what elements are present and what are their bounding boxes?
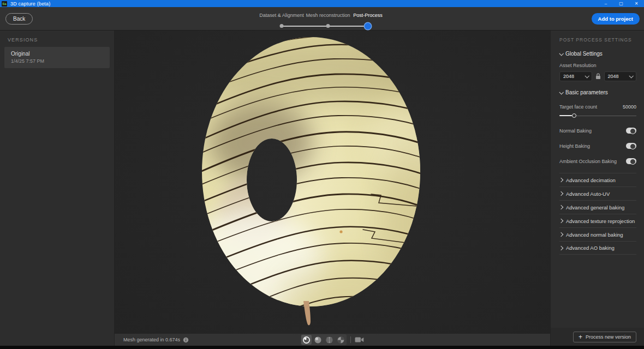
chevron-right-icon <box>559 219 563 223</box>
target-face-count-slider[interactable] <box>559 113 636 118</box>
back-button[interactable]: Back <box>5 13 33 25</box>
step-dot-1[interactable] <box>280 24 284 28</box>
wireframe-sphere-icon <box>325 336 333 344</box>
step-mesh-reconstruction[interactable]: Mesh reconstruction <box>306 13 350 18</box>
info-icon[interactable] <box>183 337 189 343</box>
advanced-decimation-label: Advanced decimation <box>566 177 616 183</box>
step-dot-3-active[interactable] <box>365 23 371 29</box>
quadrant-sphere-icon <box>337 336 345 344</box>
basic-parameters-title: Basic parameters <box>565 89 608 95</box>
chevron-down-icon <box>559 51 563 56</box>
global-settings-title: Global Settings <box>565 51 603 57</box>
process-new-version-button[interactable]: + Process new version <box>573 332 636 342</box>
post-process-panel: POST PROCESS SETTINGS Global Settings As… <box>550 31 644 328</box>
titlebar: Sa 3D capture (beta) – ▢ ✕ <box>0 0 644 7</box>
camera-record-icon[interactable] <box>355 336 364 343</box>
toolbar: Back Dataset & Alignment Mesh reconstruc… <box>0 7 644 31</box>
version-timestamp: 1/4/25 7:57 PM <box>11 58 103 64</box>
height-baking-label: Height Baking <box>559 143 590 149</box>
chevron-down-icon <box>629 74 633 78</box>
viewmode-group <box>301 334 347 345</box>
global-settings-section[interactable]: Global Settings <box>559 51 636 57</box>
height-baking-toggle[interactable] <box>626 143 636 149</box>
view-shaded-button[interactable] <box>313 335 323 345</box>
normal-baking-toggle[interactable] <box>626 128 636 134</box>
chevron-down-icon <box>585 74 589 78</box>
minimize-button[interactable]: – <box>598 0 613 7</box>
advanced-ao-baking-label: Advanced AO baking <box>566 245 615 251</box>
sampler-app-icon: Sa <box>2 1 7 7</box>
viewmode-divider <box>350 336 351 343</box>
version-list-item[interactable]: Original 1/4/25 7:57 PM <box>4 47 110 68</box>
app-window: Sa 3D capture (beta) – ▢ ✕ Back Dataset … <box>0 0 644 349</box>
basic-parameters-section[interactable]: Basic parameters <box>559 89 636 95</box>
ambient-occlusion-baking-row: Ambient Occlusion Baking <box>559 158 636 164</box>
viewmode-cluster <box>301 334 364 346</box>
chevron-right-icon <box>559 232 563 237</box>
chevron-right-icon <box>559 245 563 250</box>
post-process-header: POST PROCESS SETTINGS <box>559 31 636 43</box>
resolution-x-dropdown[interactable]: 2048 <box>559 71 592 81</box>
version-name: Original <box>11 51 103 57</box>
height-baking-row: Height Baking <box>559 143 636 149</box>
window-bottom-edge <box>0 346 644 349</box>
advanced-ao-baking-row[interactable]: Advanced AO baking <box>559 241 636 255</box>
advanced-normal-baking-label: Advanced normal baking <box>566 232 623 238</box>
asset-resolution-label: Asset Resolution <box>559 63 636 68</box>
textured-sphere-icon <box>302 336 311 344</box>
advanced-texture-reprojection-row[interactable]: Advanced texture reprojection <box>559 214 636 227</box>
slider-fill <box>559 115 572 116</box>
lock-link-icon[interactable] <box>595 73 601 80</box>
close-button[interactable]: ✕ <box>629 0 644 7</box>
view-textured-button[interactable] <box>301 335 312 345</box>
resolution-y-dropdown[interactable]: 2048 <box>604 71 637 81</box>
mesh-status-text: Mesh generated in 0.674s <box>123 337 180 342</box>
view-uv-check-button[interactable] <box>336 335 346 345</box>
normal-baking-row: Normal Baking <box>559 128 636 134</box>
versions-panel: VERSIONS Original 1/4/25 7:57 PM <box>0 31 115 346</box>
target-face-count-value: 50000 <box>623 104 636 110</box>
resolution-y-value: 2048 <box>608 74 619 79</box>
process-new-version-label: Process new version <box>586 334 631 340</box>
viewport-bottom-bar: Mesh generated in 0.674s <box>115 334 550 346</box>
window-title: 3D capture (beta) <box>10 1 50 7</box>
process-stepper: Dataset & Alignment Mesh reconstruction … <box>254 10 394 29</box>
advanced-sections-list: Advanced decimation Advanced Auto-UV Adv… <box>559 173 636 255</box>
chevron-right-icon <box>559 178 563 182</box>
viewport-3d[interactable] <box>115 31 550 334</box>
step-dataset-alignment[interactable]: Dataset & Alignment <box>259 13 304 18</box>
target-face-count-label: Target face count <box>559 104 597 110</box>
advanced-general-baking-row[interactable]: Advanced general baking <box>559 200 636 214</box>
asset-resolution-row: 2048 2048 <box>559 71 636 81</box>
advanced-general-baking-label: Advanced general baking <box>566 204 624 210</box>
advanced-auto-uv-label: Advanced Auto-UV <box>566 191 610 197</box>
ambient-occlusion-baking-label: Ambient Occlusion Baking <box>559 159 617 164</box>
target-face-count-row: Target face count 50000 <box>559 104 636 110</box>
maximize-button[interactable]: ▢ <box>613 0 629 7</box>
slider-knob[interactable] <box>572 113 576 118</box>
right-footer: + Process new version <box>550 328 644 346</box>
versions-header: VERSIONS <box>0 31 114 47</box>
view-wireframe-button[interactable] <box>324 335 335 345</box>
window-controls: – ▢ ✕ <box>598 0 644 7</box>
advanced-auto-uv-row[interactable]: Advanced Auto-UV <box>559 186 636 200</box>
advanced-texture-reprojection-label: Advanced texture reprojection <box>566 218 635 224</box>
step-dot-2[interactable] <box>326 24 330 28</box>
ambient-occlusion-baking-toggle[interactable] <box>626 158 636 164</box>
step-connector <box>330 26 365 27</box>
normal-baking-label: Normal Baking <box>559 128 592 134</box>
chevron-down-icon <box>559 90 563 94</box>
donut-3d-model[interactable] <box>115 31 550 334</box>
chevron-right-icon <box>559 191 563 196</box>
advanced-decimation-row[interactable]: Advanced decimation <box>559 173 636 186</box>
mesh-status: Mesh generated in 0.674s <box>123 334 189 346</box>
plus-icon: + <box>579 334 582 340</box>
resolution-x-value: 2048 <box>563 74 574 79</box>
shaded-sphere-icon <box>314 336 322 344</box>
advanced-normal-baking-row[interactable]: Advanced normal baking <box>559 227 636 241</box>
add-to-project-button[interactable]: Add to project <box>592 13 640 25</box>
step-post-process[interactable]: Post-Process <box>353 13 383 18</box>
step-connector <box>283 26 326 27</box>
chevron-right-icon <box>559 205 563 209</box>
